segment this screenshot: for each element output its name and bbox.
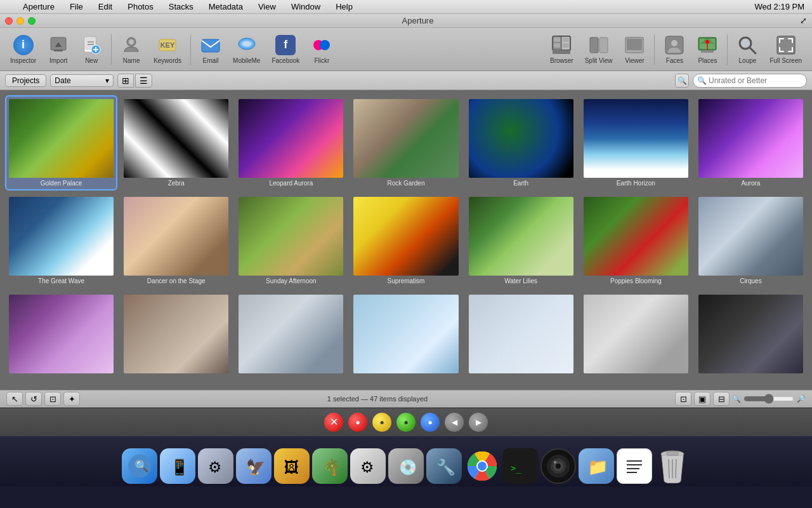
svg-text:KEY: KEY xyxy=(160,41,175,49)
browser-button[interactable]: Browser xyxy=(545,32,579,67)
photo-item-19[interactable] xyxy=(466,292,576,378)
dock-textedit[interactable] xyxy=(617,448,652,484)
menu-view[interactable]: View xyxy=(256,2,278,11)
menu-help[interactable]: Help xyxy=(333,2,355,11)
svg-rect-27 xyxy=(590,37,598,53)
flickr-button[interactable]: Flickr xyxy=(306,32,337,67)
dock-appstore[interactable]: 📱 xyxy=(160,448,195,484)
photo-item-8[interactable]: The Great Wave xyxy=(6,194,116,287)
mobileme-button[interactable]: MobileMe xyxy=(228,32,265,67)
search-input[interactable] xyxy=(693,74,807,88)
name-button[interactable]: Name xyxy=(115,32,147,67)
svg-point-41 xyxy=(742,39,749,47)
photo-label-2: Zebra xyxy=(124,180,228,187)
places-button[interactable]: Places xyxy=(691,32,723,67)
inspector-button[interactable]: i Inspector xyxy=(5,32,41,67)
menu-window[interactable]: Window xyxy=(289,2,323,11)
fullscreen-button[interactable]: Full Screen xyxy=(764,32,807,67)
photo-item-13[interactable]: Poppies Blooming xyxy=(581,194,691,287)
list-view-button[interactable]: ☰ xyxy=(135,74,152,88)
single-view-button[interactable]: ▣ xyxy=(694,392,710,406)
next-button[interactable]: ▶ xyxy=(469,413,488,432)
photo-item-14[interactable]: Cirques xyxy=(696,194,806,287)
photo-item-16[interactable] xyxy=(121,292,231,378)
photo-item-12[interactable]: Water Lilies xyxy=(466,194,576,287)
main-content: Golden PalaceZebraLeopard AuroraRock Gar… xyxy=(0,90,812,390)
rate-blue-button[interactable]: ● xyxy=(421,413,440,432)
photo-item-10[interactable]: Sunday Afternoon xyxy=(236,194,346,287)
projects-breadcrumb[interactable]: Projects xyxy=(5,74,46,87)
menu-stacks[interactable]: Stacks xyxy=(166,2,196,11)
facebook-button[interactable]: f Facebook xyxy=(266,32,304,67)
dock-finder[interactable]: 🔍 xyxy=(122,448,157,484)
photo-item-2[interactable]: Zebra xyxy=(121,97,231,189)
window-resize-icon[interactable]: ⤢ xyxy=(800,16,807,25)
photo-label-10: Sunday Afternoon xyxy=(239,277,343,284)
faces-button[interactable]: Faces xyxy=(658,32,690,67)
keywords-button[interactable]: KEY Keywords xyxy=(148,32,187,67)
close-button[interactable] xyxy=(5,17,13,25)
dock-photos[interactable]: 🖼 xyxy=(274,448,310,484)
new-button[interactable]: New xyxy=(75,32,107,67)
reject-button[interactable]: ✕ xyxy=(324,413,343,432)
toolbar-separator-2 xyxy=(190,34,191,65)
rate-red-button[interactable]: ● xyxy=(348,413,367,432)
photo-thumb-6 xyxy=(584,99,688,178)
dock-chrome[interactable] xyxy=(464,448,500,484)
rate-yellow-button[interactable]: ● xyxy=(372,413,391,432)
sort-select[interactable]: Date ▾ xyxy=(50,74,114,87)
rotate-tool-button[interactable]: ↺ xyxy=(25,392,42,406)
photo-item-4[interactable]: Rock Garden xyxy=(351,97,461,189)
dock-trash[interactable] xyxy=(655,448,690,484)
svg-text:⚙: ⚙ xyxy=(360,458,374,476)
photo-item-18[interactable] xyxy=(351,292,461,378)
photo-item-21[interactable] xyxy=(696,292,806,378)
photo-label-9: Dancer on the Stage xyxy=(124,277,228,284)
crop-tool-button[interactable]: ⊡ xyxy=(44,392,61,406)
loupe-button[interactable]: Loupe xyxy=(731,32,763,67)
splitview-button[interactable]: Split View xyxy=(580,32,618,67)
filmstrip-button[interactable]: ⊟ xyxy=(713,392,730,406)
arrow-tool-button[interactable]: ↖ xyxy=(6,392,23,406)
photo-item-15[interactable] xyxy=(6,292,116,378)
grid-view-button[interactable]: ⊞ xyxy=(117,74,134,88)
photo-item-20[interactable] xyxy=(581,292,691,378)
menu-metadata[interactable]: Metadata xyxy=(206,2,246,11)
faces-label: Faces xyxy=(666,57,683,64)
photo-thumb-21 xyxy=(698,295,803,373)
photo-item-9[interactable]: Dancer on the Stage xyxy=(121,194,231,287)
dock-camera[interactable] xyxy=(540,448,576,484)
photo-item-5[interactable]: Earth xyxy=(466,97,576,189)
retouch-tool-button[interactable]: ✦ xyxy=(63,392,80,406)
dock-folder[interactable]: 📁 xyxy=(579,448,614,484)
photo-item-7[interactable]: Aurora xyxy=(696,97,806,189)
import-button[interactable]: Import xyxy=(43,32,74,67)
dock-terminal[interactable]: >_ xyxy=(502,448,538,484)
photo-item-3[interactable]: Leopard Aurora xyxy=(236,97,346,189)
photo-item-17[interactable] xyxy=(236,292,346,378)
dock-dvd[interactable]: 💿 xyxy=(388,448,424,484)
menu-aperture[interactable]: Aperture xyxy=(20,2,57,11)
photo-info-button[interactable]: ⊡ xyxy=(675,392,691,406)
rate-green-button[interactable]: ● xyxy=(396,413,416,432)
dock-xcode[interactable]: 🔧 xyxy=(426,448,462,484)
menu-photos[interactable]: Photos xyxy=(125,2,155,11)
maximize-button[interactable] xyxy=(28,17,36,25)
photo-item-11[interactable]: Suprematism xyxy=(351,194,461,287)
svg-point-63 xyxy=(554,461,556,464)
dock-iphoto[interactable]: 🌴 xyxy=(312,448,348,484)
minimize-button[interactable] xyxy=(16,17,24,25)
photo-item-1[interactable]: Golden Palace xyxy=(6,97,116,189)
viewer-button[interactable]: Viewer xyxy=(619,32,650,67)
dock-automator[interactable]: ⚙ xyxy=(350,448,386,484)
menu-edit[interactable]: Edit xyxy=(96,2,115,11)
dock-mail[interactable]: 🦅 xyxy=(236,448,272,484)
zoom-slider[interactable] xyxy=(743,394,794,403)
filter-button[interactable]: 🔍 xyxy=(675,74,689,88)
dock-sysprefs[interactable]: ⚙ xyxy=(198,448,233,484)
photo-item-6[interactable]: Earth Horizon xyxy=(581,97,691,189)
menu-file[interactable]: File xyxy=(67,2,86,11)
email-button[interactable]: Email xyxy=(195,32,226,67)
prev-button[interactable]: ◀ xyxy=(445,413,464,432)
loupe-label: Loupe xyxy=(739,57,757,64)
